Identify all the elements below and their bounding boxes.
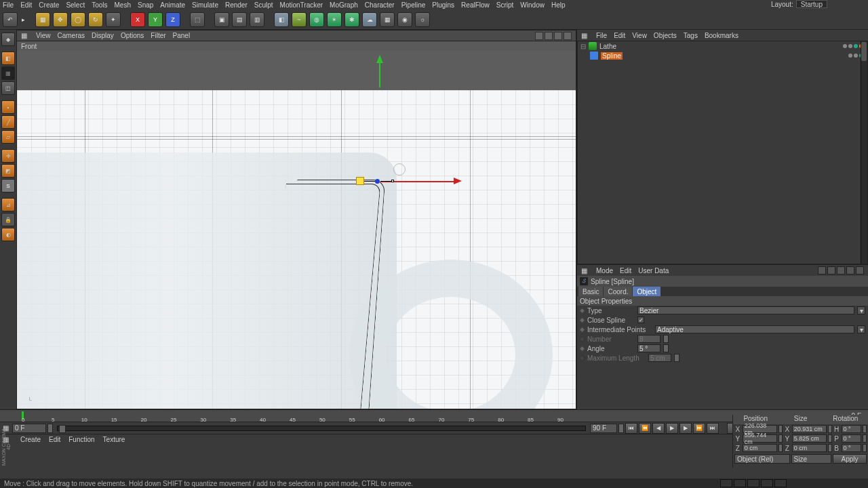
layout-value[interactable]: Startup [796,0,827,8]
rot-p-field[interactable]: 0 ° [842,434,862,443]
rot-h-field[interactable]: 0 ° [842,425,862,433]
menu-snap[interactable]: Snap [138,1,153,9]
texture-mode-button[interactable]: ▦ [1,66,15,80]
viewport-canvas[interactable]: └ [17,51,576,409]
spinner-icon[interactable] [828,444,832,452]
cube-primitive-button[interactable]: ◧ [274,12,289,27]
end-frame-field[interactable]: 90 F [590,424,617,433]
om-menu-bookmarks[interactable]: Bookmarks [705,32,738,39]
light2-button[interactable]: ☼ [415,12,430,27]
vp-menu-view[interactable]: View [36,32,51,39]
apply-button[interactable]: Apply [833,454,867,464]
tree-scrollbar[interactable] [861,41,867,264]
size-y-field[interactable]: 5.825 cm [792,434,827,443]
spinner-icon[interactable] [828,434,832,443]
render-queue-button[interactable]: ▥ [250,12,264,27]
edges-mode-button[interactable]: ╱ [1,115,15,129]
workplane-mode-button[interactable]: ◫ [1,81,15,95]
goto-end-button[interactable]: ⏭ [707,423,719,434]
move-button[interactable]: ✥ [53,12,68,27]
spinner-icon[interactable] [863,444,867,452]
camera-button[interactable]: ▦ [380,12,395,27]
spinner-icon[interactable] [863,425,867,433]
mat-menu-create[interactable]: Create [20,436,41,443]
live-select-button[interactable]: ▦ [35,12,50,27]
attrib-back-button[interactable] [818,266,826,274]
menu-create[interactable]: Create [39,1,59,9]
redo-button[interactable]: ▸ [20,12,26,27]
nurbs-button[interactable]: ◍ [309,12,324,27]
interp-dropdown[interactable]: Adaptive [655,325,854,333]
control-point[interactable] [375,179,380,184]
size-z-field[interactable]: 0 cm [792,444,827,452]
prev-frame-button[interactable]: ◀ [652,423,665,434]
menu-render[interactable]: Render [225,1,248,9]
scale-button[interactable]: ◯ [71,12,85,27]
menu-pipeline[interactable]: Pipeline [401,1,426,9]
mat-menu-texture[interactable]: Texture [103,436,125,443]
type-dropdown[interactable]: Bezier [637,306,854,314]
lock-x-axis-button[interactable]: X [130,12,145,27]
menu-help[interactable]: Help [551,1,566,9]
spinner-icon[interactable] [828,425,832,433]
spinner-icon[interactable] [778,434,783,443]
spline-pen-button[interactable]: ~ [292,12,307,27]
tab-object[interactable]: Object [633,287,660,296]
rotate-button[interactable]: ↻ [88,12,103,27]
attrib-menu-button[interactable] [856,266,864,274]
model-mode-button[interactable]: ◧ [1,52,15,65]
undo-button[interactable]: ↶ [3,12,18,27]
snap-toggle-button[interactable]: S [1,179,15,192]
rot-b-field[interactable]: 0 ° [842,444,862,452]
menu-sculpt[interactable]: Sculpt [254,1,273,9]
menu-motiontracker[interactable]: MotionTracker [280,1,323,9]
environment-button[interactable]: ☁ [362,12,377,27]
spinner-icon[interactable] [863,434,867,443]
axis-y-gizmo[interactable] [379,63,380,87]
generator-button[interactable]: ✶ [327,12,342,27]
spline-path-outer[interactable] [279,180,386,409]
menu-tools[interactable]: Tools [92,1,107,9]
anim-diamond-icon[interactable] [579,307,586,314]
menu-mesh[interactable]: Mesh [115,1,131,9]
om-menu-tags[interactable]: Tags [684,32,698,39]
vp-maximize-icon[interactable] [564,32,572,40]
tree-item-label[interactable]: Spline [601,52,623,60]
close-spline-checkbox[interactable]: ✓ [637,317,644,323]
pos-z-field[interactable]: 0 cm [743,444,777,452]
next-key-button[interactable]: ⏩ [693,423,705,434]
menu-simulate[interactable]: Simulate [192,1,218,9]
slider-thumb[interactable] [59,425,66,433]
vp-zoom-icon[interactable] [545,32,553,40]
normals-button[interactable]: ⊿ [1,198,15,211]
goto-start-button[interactable]: ⏮ [625,423,637,434]
tangent-handle-right[interactable] [391,180,394,182]
lock-button[interactable]: 🔒 [1,213,15,226]
vp-menu-filter[interactable]: Filter [151,32,165,39]
render-view-button[interactable]: ▣ [214,12,229,27]
menu-select[interactable]: Select [66,1,85,9]
menu-character[interactable]: Character [365,1,395,9]
vp-orbit-icon[interactable] [554,32,562,40]
coord-mode-dropdown[interactable]: Object (Rel) [734,454,790,464]
om-menu-file[interactable]: File [596,32,607,39]
layout-selector[interactable]: Layout: Startup [771,0,827,8]
menu-script[interactable]: Script [496,1,514,9]
selected-point[interactable] [356,177,364,185]
light-button[interactable]: ◉ [397,12,412,27]
tree-item-label[interactable]: Lathe [599,43,616,50]
spinner-icon[interactable] [663,344,669,352]
mat-menu-function[interactable]: Function [68,436,94,443]
vp-menu-options[interactable]: Options [121,32,144,39]
am-menu-userdata[interactable]: User Data [638,267,669,274]
lock-z-axis-button[interactable]: Z [165,12,180,27]
menu-mograph[interactable]: MoGraph [330,1,358,9]
attrib-lock-button[interactable] [846,266,854,274]
bezier-tangent-left[interactable] [364,181,375,182]
tree-row-lathe[interactable]: ⊟ Lathe [578,41,867,51]
timeline-slider[interactable] [57,426,586,431]
om-menu-objects[interactable]: Objects [654,32,677,39]
lock-y-axis-button[interactable]: Y [148,12,163,27]
menu-plugins[interactable]: Plugins [432,1,454,9]
am-menu-mode[interactable]: Mode [596,267,613,274]
